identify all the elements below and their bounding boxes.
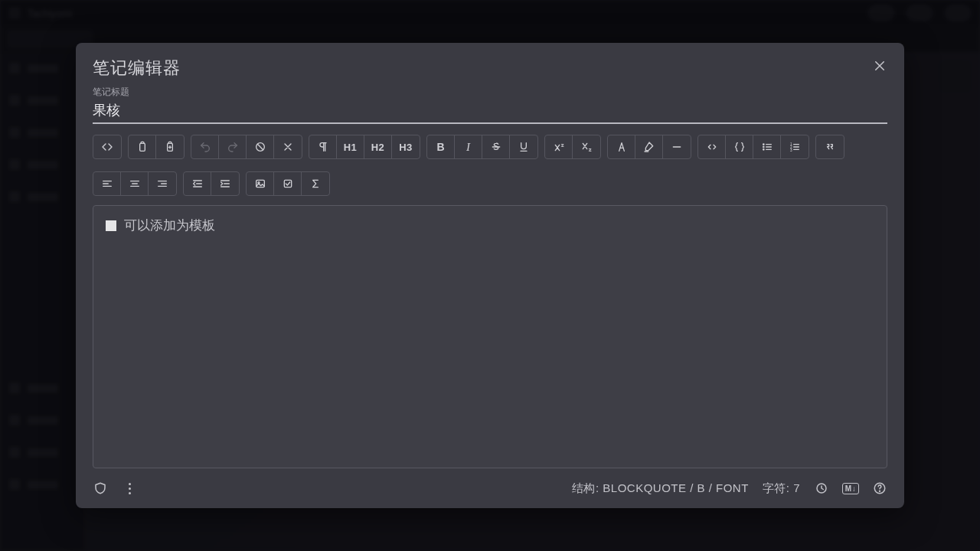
toolbar-group-insert [246,171,330,196]
text-color-button[interactable] [608,135,635,158]
outdent-button[interactable] [184,172,211,195]
superscript-icon [553,141,565,153]
align-right-button[interactable] [149,172,176,195]
inline-checkbox[interactable] [106,220,116,231]
note-editor-modal: 笔记编辑器 笔记标题 H1 H2 H3 B I [76,43,904,508]
bold-button[interactable]: B [427,135,455,158]
toolbar-group-headings: H1 H2 H3 [309,135,420,159]
paste-button[interactable] [156,135,184,158]
copy-button[interactable] [129,135,156,158]
undo-button[interactable] [191,135,219,158]
svg-point-8 [763,146,763,147]
clipboard-icon [136,141,149,153]
h3-button[interactable]: H3 [392,135,420,158]
h2-button[interactable]: H2 [364,135,392,158]
quote-icon [824,141,836,153]
highlight-button[interactable] [635,135,663,158]
font-icon [616,141,628,153]
checkbox-line: 可以添加为模板 [106,217,874,234]
insert-checkbox-button[interactable] [274,172,302,195]
h1-button[interactable]: H1 [337,135,364,158]
sigma-icon [309,178,322,190]
svg-line-3 [257,144,263,149]
code-icon [101,141,113,153]
braces-icon [733,141,746,153]
h3-label: H3 [399,142,413,153]
editor-content[interactable]: 可以添加为模板 [93,205,887,468]
toolbar-group-history [191,135,302,159]
checkbox-text: 可以添加为模板 [124,217,215,234]
strikethrough-icon [490,141,502,153]
indent-icon [219,178,231,190]
markdown-badge: M↓ [842,483,859,494]
privacy-button[interactable] [93,481,108,496]
chars-value: 7 [793,481,800,494]
clock-icon [815,481,828,495]
paragraph-button[interactable] [309,135,337,158]
svg-text:3: 3 [790,148,792,152]
image-icon [254,178,266,190]
toolbar-group-quote [815,135,844,159]
insert-image-button[interactable] [247,172,274,195]
h2-label: H2 [371,142,385,153]
clipboard-plus-icon [164,141,176,153]
modal-title: 笔记编辑器 [93,57,181,80]
blockquote-button[interactable] [816,135,844,158]
clear-format-button[interactable] [247,135,274,158]
horizontal-rule-button[interactable] [663,135,691,158]
inline-code-icon [706,141,718,153]
modal-footer: 结构: BLOCKQUOTE / B / FONT 字符: 7 M↓ [76,468,904,508]
subscript-icon [580,141,593,153]
source-view-button[interactable] [93,135,121,158]
chars-label: 字符: [763,481,790,494]
toolbar-group-script [544,135,601,159]
pilcrow-icon [317,141,329,153]
italic-button[interactable]: I [455,135,482,158]
toolbar-group-source [93,135,122,159]
indent-button[interactable] [211,172,239,195]
svg-point-9 [763,149,763,150]
h1-label: H1 [344,142,358,153]
structure-value: BLOCKQUOTE / B / FONT [603,481,749,494]
redo-button[interactable] [219,135,247,158]
strikethrough-button[interactable] [482,135,510,158]
toolbar-group-align [93,171,177,196]
more-menu-button[interactable] [122,481,137,496]
checkbox-icon [282,178,294,190]
svg-rect-34 [256,180,264,187]
close-button[interactable] [867,54,892,78]
clear-button[interactable] [274,135,302,158]
align-center-button[interactable] [121,172,149,195]
editor-toolbar: H1 H2 H3 B I 123 [76,124,904,196]
subscript-button[interactable] [573,135,600,158]
list-ul-icon [761,141,773,153]
insert-formula-button[interactable] [302,172,329,195]
toolbar-group-clipboard [128,135,185,159]
svg-rect-0 [139,143,145,151]
markdown-toggle[interactable]: M↓ [843,481,858,496]
code-block-button[interactable] [726,135,753,158]
align-left-button[interactable] [93,172,121,195]
help-button[interactable] [872,481,887,496]
help-icon [873,481,887,495]
inline-code-button[interactable] [698,135,726,158]
minus-icon [671,141,683,153]
align-left-icon [101,178,113,190]
outdent-icon [191,178,204,190]
superscript-button[interactable] [545,135,573,158]
ordered-list-button[interactable]: 123 [781,135,808,158]
align-center-icon [129,178,141,190]
underline-button[interactable] [510,135,537,158]
toolbar-group-block: 123 [697,135,809,159]
close-icon [873,59,887,73]
title-field-label: 笔记标题 [93,86,887,99]
align-right-icon [156,178,168,190]
title-input[interactable] [93,99,887,124]
no-entry-icon [254,141,266,153]
shield-icon [93,481,107,495]
history-button[interactable] [814,481,829,496]
svg-point-7 [763,144,763,145]
unordered-list-button[interactable] [753,135,781,158]
italic-label: I [466,141,470,154]
toolbar-group-text-style: B I [426,135,538,159]
